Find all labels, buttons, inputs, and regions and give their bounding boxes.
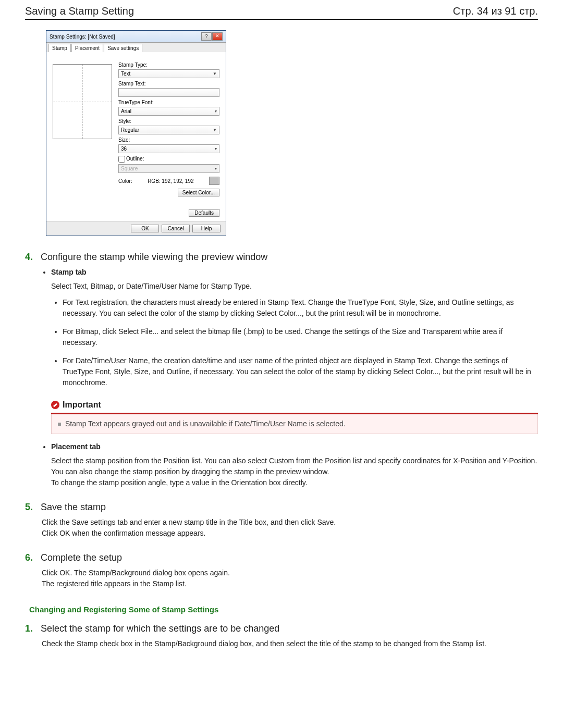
style-label: Style: bbox=[118, 118, 219, 124]
important-label: Important bbox=[63, 399, 101, 411]
chevron-down-icon: ▼ bbox=[213, 128, 217, 132]
placement-p1: Select the stamp position from the Posit… bbox=[51, 455, 538, 466]
stamp-tab-heading: Stamp tab bbox=[51, 268, 87, 276]
outline-select: Square▾ bbox=[118, 164, 219, 173]
step-number: 1. bbox=[25, 623, 36, 634]
important-box: Important Stamp Text appears grayed out … bbox=[51, 399, 538, 434]
outline-checkbox[interactable] bbox=[118, 156, 125, 163]
font-select[interactable]: Arial▾ bbox=[118, 107, 219, 116]
dialog-title: Stamp Settings: [Not Saved] bbox=[50, 34, 115, 40]
size-select[interactable]: 36▾ bbox=[118, 144, 219, 153]
page-title: Saving a Stamp Setting bbox=[25, 5, 134, 17]
stamp-tab-bullet-bitmap: For Bitmap, click Select File... and sel… bbox=[63, 326, 538, 348]
chevron-down-icon: ▾ bbox=[215, 109, 217, 114]
step5-p2: Click OK when the confirmation message a… bbox=[42, 528, 538, 539]
dialog-titlebar: Stamp Settings: [Not Saved] ? ✕ bbox=[46, 31, 226, 43]
close-icon[interactable]: ✕ bbox=[212, 32, 223, 41]
step-title: Save the stamp bbox=[41, 502, 106, 513]
step-title: Configure the stamp while viewing the pr… bbox=[41, 252, 267, 263]
stamp-text-label: Stamp Text: bbox=[118, 81, 219, 87]
cancel-button[interactable]: Cancel bbox=[162, 225, 190, 232]
ok-button[interactable]: OK bbox=[131, 225, 159, 232]
tab-placement[interactable]: Placement bbox=[71, 44, 103, 52]
step-number: 6. bbox=[25, 552, 36, 563]
stamp-type-label: Stamp Type: bbox=[118, 62, 219, 68]
chevron-down-icon: ▼ bbox=[213, 71, 217, 76]
step5-p1: Click the Save settings tab and enter a … bbox=[42, 517, 538, 528]
help-button[interactable]: Help bbox=[192, 225, 221, 232]
stepb1-body: Check the Stamp check box in the Stamp/B… bbox=[42, 638, 538, 649]
step-title: Select the stamp for which the settings … bbox=[41, 623, 279, 634]
font-label: TrueType Font: bbox=[118, 100, 219, 105]
stamp-tab-bullet-text: For Text registration, the characters mu… bbox=[63, 297, 538, 319]
color-swatch bbox=[209, 177, 219, 185]
select-color-button[interactable]: Select Color... bbox=[178, 189, 219, 196]
step6-p1: Click OK. The Stamp/Background dialog bo… bbox=[42, 567, 538, 578]
color-label: Color: bbox=[118, 178, 132, 184]
style-select[interactable]: Regular▼ bbox=[118, 126, 219, 134]
section-heading: Changing and Registering Some of Stamp S… bbox=[29, 605, 538, 614]
important-text: Stamp Text appears grayed out and is una… bbox=[65, 419, 346, 428]
step-number: 5. bbox=[25, 502, 36, 513]
stamp-tab-bullet-datetime: For Date/Time/User Name, the creation da… bbox=[63, 355, 538, 388]
important-icon bbox=[51, 401, 59, 409]
step-number: 4. bbox=[25, 252, 36, 263]
step6-p2: The registered title appears in the Stam… bbox=[42, 578, 538, 589]
stamp-type-select[interactable]: Text▼ bbox=[118, 69, 219, 78]
page-number: Стр. 34 из 91 стр. bbox=[453, 5, 538, 17]
help-icon[interactable]: ? bbox=[201, 32, 212, 41]
placement-p2: You can also change the stamp position b… bbox=[51, 466, 538, 477]
outline-label: Outline: bbox=[118, 156, 219, 163]
tab-save-settings[interactable]: Save settings bbox=[104, 44, 142, 52]
color-rgb-value: RGB: 192, 192, 192 bbox=[148, 178, 193, 184]
placement-tab-heading: Placement tab bbox=[51, 442, 101, 451]
defaults-button[interactable]: Defaults bbox=[189, 209, 219, 217]
placement-p3: To change the stamp position angle, type… bbox=[51, 477, 538, 488]
stamp-settings-dialog: Stamp Settings: [Not Saved] ? ✕ Stamp Pl… bbox=[46, 30, 226, 236]
size-label: Size: bbox=[118, 137, 219, 143]
chevron-down-icon: ▾ bbox=[215, 146, 217, 151]
stamp-text-input[interactable] bbox=[118, 88, 219, 97]
stamp-preview bbox=[53, 64, 112, 139]
chevron-down-icon: ▾ bbox=[215, 166, 217, 171]
stamp-tab-intro: Select Text, Bitmap, or Date/Time/User N… bbox=[51, 281, 538, 292]
step-title: Complete the setup bbox=[41, 552, 122, 563]
tab-stamp[interactable]: Stamp bbox=[48, 44, 71, 52]
bullet-icon bbox=[58, 423, 61, 426]
